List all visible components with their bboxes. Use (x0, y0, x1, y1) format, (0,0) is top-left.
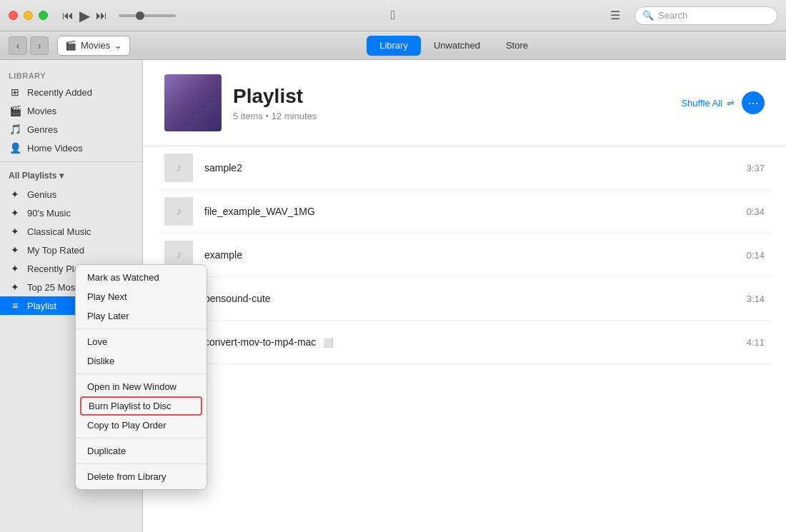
cm-dislike[interactable]: Dislike (76, 351, 207, 371)
rewind-button[interactable]: ⏮ (62, 9, 74, 22)
cm-play-later[interactable]: Play Later (76, 306, 207, 326)
cm-play-next[interactable]: Play Next (76, 287, 207, 306)
table-row[interactable]: ♪ bensound-cute 3:14 (157, 277, 772, 321)
movies-label: Movies (27, 106, 56, 116)
cm-duplicate[interactable]: Duplicate (76, 441, 207, 461)
table-row[interactable]: ♪ sample2 3:37 (157, 146, 772, 190)
90s-music-icon: ✦ (9, 207, 21, 219)
track-duration: 3:37 (747, 163, 765, 174)
genius-icon: ✦ (9, 189, 21, 200)
table-row[interactable]: ♪ example 0:14 (157, 234, 772, 277)
apple-logo:  (391, 8, 396, 23)
movies-icon: 🎬 (9, 105, 21, 116)
close-button[interactable] (9, 11, 18, 20)
volume-slider[interactable] (119, 14, 176, 17)
library-section-label: Library (0, 66, 142, 83)
search-bar[interactable]: 🔍 Search (635, 6, 777, 25)
playlist-name: Playlist (233, 85, 670, 108)
shuffle-label: Shuffle All (681, 98, 722, 109)
playlist-label: Playlist (27, 301, 56, 311)
track-name: example (204, 249, 735, 261)
track-name: bensound-cute (204, 293, 735, 304)
sidebar-item-recently-added[interactable]: ⊞ Recently Added (0, 83, 142, 101)
home-videos-label: Home Videos (27, 143, 83, 154)
track-duration: 4:11 (747, 337, 765, 348)
search-placeholder: Search (658, 10, 687, 21)
table-row[interactable]: ♪ file_example_WAV_1MG 0:34 (157, 190, 772, 234)
maximize-button[interactable] (39, 11, 48, 20)
shuffle-icon: ⇌ (727, 98, 735, 109)
playlist-icon: ≡ (9, 300, 21, 311)
genres-icon: 🎵 (9, 124, 21, 135)
track-name: sample2 (204, 162, 735, 174)
genres-label: Genres (27, 124, 58, 135)
library-dropdown[interactable]: 🎬 Movies ⌄ (57, 36, 130, 56)
sidebar-item-movies[interactable]: 🎬 Movies (0, 101, 142, 120)
cm-divider-3 (76, 438, 207, 438)
minimize-button[interactable] (24, 11, 33, 20)
content-area: Playlist 5 items • 12 minutes Shuffle Al… (143, 60, 786, 532)
home-videos-icon: 👤 (9, 142, 21, 154)
cm-delete-from-library[interactable]: Delete from Library (76, 467, 207, 486)
tab-bar: ‹ › 🎬 Movies ⌄ Library Unwatched Store (0, 31, 786, 60)
cm-mark-as-watched[interactable]: Mark as Watched (76, 268, 207, 287)
sidebar-item-genius[interactable]: ✦ Genius (0, 185, 142, 204)
search-icon: 🔍 (642, 10, 654, 21)
forward-button[interactable]: › (30, 36, 49, 55)
sidebar-item-classical-music[interactable]: ✦ Classical Music (0, 222, 142, 241)
sidebar-item-home-videos[interactable]: 👤 Home Videos (0, 139, 142, 157)
table-row[interactable]: ▶ convert-mov-to-mp4-mac ⬜ 4:11 (157, 321, 772, 364)
main-tabs: Library Unwatched Store (367, 36, 541, 56)
tab-store[interactable]: Store (493, 36, 541, 56)
90s-music-label: 90's Music (27, 208, 71, 219)
movies-icon: 🎬 (65, 40, 76, 51)
track-list: ♪ sample2 3:37 ♪ file_example_WAV_1MG 0:… (143, 146, 786, 532)
sidebar-item-my-top-rated[interactable]: ✦ My Top Rated (0, 241, 142, 259)
recently-added-icon: ⊞ (9, 86, 21, 98)
chevron-down-icon: ⌄ (114, 40, 122, 51)
classical-music-label: Classical Music (27, 226, 91, 237)
sidebar-item-90s-music[interactable]: ✦ 90's Music (0, 204, 142, 222)
cm-divider-2 (76, 373, 207, 374)
track-duration: 0:14 (747, 250, 765, 261)
genius-label: Genius (27, 189, 56, 200)
playback-controls: ⏮ ▶ ⏭ (62, 7, 176, 24)
my-top-rated-label: My Top Rated (27, 245, 84, 256)
track-thumbnail: ♪ (164, 154, 193, 182)
playlist-meta: 5 items • 12 minutes (233, 111, 670, 121)
all-playlists-header[interactable]: All Playlists ▾ (0, 166, 142, 185)
context-menu: Mark as Watched Play Next Play Later Lov… (75, 264, 207, 490)
chevron-down-icon: ▾ (59, 171, 64, 181)
fast-forward-button[interactable]: ⏭ (96, 9, 107, 22)
track-duration: 0:34 (747, 206, 765, 217)
cm-burn-playlist[interactable]: Burn Playlist to Disc (80, 396, 202, 416)
playlist-actions: Shuffle All ⇌ ··· (681, 91, 765, 114)
track-name: convert-mov-to-mp4-mac ⬜ (204, 336, 735, 348)
list-view-button[interactable]: ☰ (610, 9, 620, 22)
cm-open-in-new-window[interactable]: Open in New Window (76, 377, 207, 396)
video-icon: ⬜ (323, 338, 334, 348)
track-duration: 3:14 (747, 293, 765, 304)
track-thumbnail: ♪ (164, 197, 193, 226)
playlist-header: Playlist 5 items • 12 minutes Shuffle Al… (143, 60, 786, 146)
classical-music-icon: ✦ (9, 226, 21, 237)
volume-thumb (136, 11, 144, 20)
cm-love[interactable]: Love (76, 332, 207, 351)
shuffle-all-button[interactable]: Shuffle All ⇌ (681, 98, 735, 109)
tab-library[interactable]: Library (367, 36, 421, 56)
sidebar-item-genres[interactable]: 🎵 Genres (0, 120, 142, 139)
back-button[interactable]: ‹ (9, 36, 27, 55)
my-top-rated-icon: ✦ (9, 244, 21, 256)
cm-divider-1 (76, 328, 207, 329)
tab-unwatched[interactable]: Unwatched (421, 36, 493, 56)
playlist-thumbnail (164, 74, 222, 131)
top-25-icon: ✦ (9, 281, 21, 293)
cm-divider-4 (76, 463, 207, 464)
cm-copy-to-play-order[interactable]: Copy to Play Order (76, 416, 207, 435)
play-button[interactable]: ▶ (79, 7, 90, 24)
track-name: file_example_WAV_1MG (204, 206, 735, 217)
more-button[interactable]: ··· (742, 91, 765, 114)
sidebar-divider (0, 161, 142, 162)
dropdown-label: Movies (81, 40, 110, 51)
nav-arrows: ‹ › (9, 36, 49, 55)
